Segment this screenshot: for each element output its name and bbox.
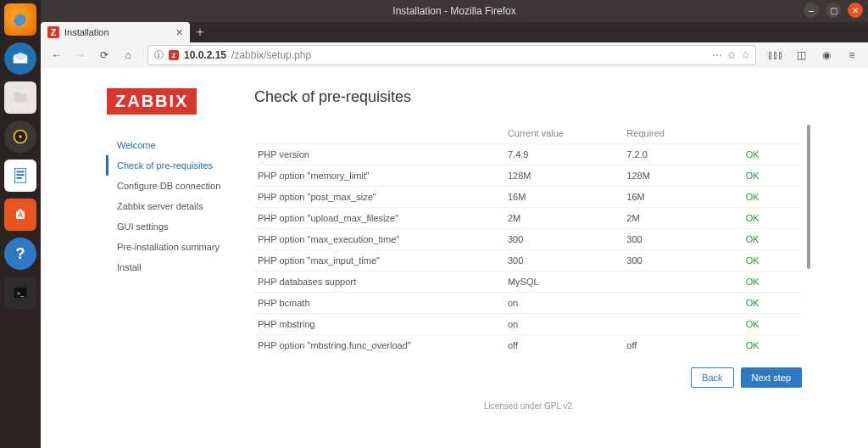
close-button[interactable]: ✕	[848, 3, 863, 18]
req-name: PHP option "memory_limit"	[254, 165, 504, 187]
req-name: PHP option "mbstring.func_overload"	[254, 335, 504, 356]
maximize-button[interactable]: ▢	[826, 3, 841, 18]
req-current: off	[504, 335, 623, 356]
req-name: PHP mbstring	[254, 314, 504, 335]
library-icon[interactable]: ⫿⫿⫿	[766, 46, 785, 64]
step-summary[interactable]: Pre-installation summary	[108, 237, 234, 257]
req-required: 2M	[623, 208, 742, 229]
col-status	[743, 123, 802, 144]
step-install[interactable]: Install	[108, 257, 234, 277]
col-name	[254, 123, 504, 144]
setup-steps-nav: Welcome Check of pre-requisites Configur…	[107, 135, 234, 277]
table-row: PHP option "max_execution_time"300300OK	[254, 229, 802, 250]
req-current: 300	[504, 250, 623, 272]
req-required: off	[623, 335, 742, 356]
nav-reload-button[interactable]: ⟳	[95, 46, 114, 64]
next-step-button[interactable]: Next step	[741, 367, 802, 388]
req-status: OK	[743, 293, 802, 314]
license-text: Licensed under GPL v2	[254, 401, 802, 411]
new-tab-button[interactable]: +	[190, 22, 210, 42]
req-required: 16M	[623, 187, 742, 208]
bookmark-icon[interactable]: ☆	[741, 49, 750, 61]
firefox-icon[interactable]	[4, 3, 36, 36]
zabbix-logo: ZABBIX	[107, 88, 197, 115]
req-required: 300	[623, 250, 742, 272]
req-current: 16M	[504, 187, 623, 208]
zabbix-favicon-icon: Z	[47, 26, 59, 38]
table-row: PHP option "max_input_time"300300OK	[254, 250, 802, 272]
req-required	[623, 293, 742, 314]
req-status: OK	[743, 165, 802, 187]
col-required: Required	[623, 123, 742, 144]
terminal-icon[interactable]: >_	[4, 277, 36, 309]
req-required: 128M	[623, 165, 742, 187]
req-name: PHP version	[254, 144, 504, 165]
req-name: PHP option "post_max_size"	[254, 187, 504, 208]
browser-toolbar: ← → ⟳ ⌂ 🛈 Z 10.0.2.15/zabbix/setup.php ⋯…	[41, 42, 868, 69]
req-status: OK	[743, 314, 802, 335]
req-name: PHP bcmath	[254, 293, 504, 314]
url-path: /zabbix/setup.php	[231, 49, 311, 61]
req-current: 300	[504, 229, 623, 250]
back-button[interactable]: Back	[691, 367, 733, 388]
thunderbird-icon[interactable]	[4, 42, 36, 75]
req-status: OK	[743, 272, 802, 293]
svg-text:A: A	[18, 210, 23, 219]
req-status: OK	[743, 335, 802, 356]
req-status: OK	[743, 229, 802, 250]
step-server[interactable]: Zabbix server details	[108, 196, 234, 216]
page-actions-icon[interactable]: ⋯	[712, 49, 722, 61]
software-icon[interactable]: A	[4, 199, 36, 231]
step-db[interactable]: Configure DB connection	[108, 176, 234, 196]
browser-tabstrip: Z Installation ✕ +	[41, 22, 868, 42]
table-row: PHP databases supportMySQLOK	[254, 272, 802, 293]
nav-home-button[interactable]: ⌂	[119, 46, 137, 64]
req-name: PHP databases support	[254, 272, 504, 293]
req-name: PHP option "max_execution_time"	[254, 229, 504, 250]
nav-forward-button[interactable]: →	[71, 46, 90, 64]
sidebar-icon[interactable]: ◫	[792, 46, 810, 64]
svg-rect-1	[14, 93, 27, 102]
shield-icon: 🛈	[153, 49, 164, 61]
libreoffice-icon[interactable]	[4, 160, 36, 192]
table-row: PHP option "mbstring.func_overload"offof…	[254, 335, 802, 356]
req-status: OK	[743, 250, 802, 272]
req-status: OK	[743, 187, 802, 208]
reader-mode-icon[interactable]: ✩	[727, 49, 736, 61]
ubuntu-dock: A ? >_	[0, 0, 41, 448]
req-required	[623, 272, 742, 293]
req-current: 2M	[504, 208, 623, 229]
rhythmbox-icon[interactable]	[4, 120, 36, 153]
files-icon[interactable]	[4, 81, 36, 114]
window-title: Installation - Mozilla Firefox	[392, 5, 515, 17]
page-content: ZABBIX Welcome Check of pre-requisites C…	[41, 68, 868, 448]
step-prerequisites[interactable]: Check of pre-requisites	[106, 155, 234, 176]
scrollbar[interactable]	[807, 125, 810, 269]
req-status: OK	[743, 208, 802, 229]
col-current: Current value	[504, 123, 623, 144]
step-gui[interactable]: GUI settings	[108, 216, 234, 237]
req-current: 128M	[504, 165, 623, 187]
menu-icon[interactable]: ≡	[843, 46, 861, 64]
account-icon[interactable]: ◉	[817, 46, 836, 64]
browser-tab-active[interactable]: Z Installation ✕	[41, 22, 190, 42]
window-titlebar: Installation - Mozilla Firefox ‒ ▢ ✕	[41, 0, 868, 22]
help-icon[interactable]: ?	[4, 238, 36, 270]
nav-back-button[interactable]: ←	[47, 46, 66, 64]
table-row: PHP option "post_max_size"16M16MOK	[254, 187, 802, 208]
svg-point-4	[19, 135, 21, 137]
prerequisites-table: Current value Required PHP version7.4.97…	[254, 123, 802, 356]
req-current: on	[504, 293, 623, 314]
table-row: PHP version7.4.97.2.0OK	[254, 144, 802, 165]
site-identity-icon: Z	[169, 50, 179, 60]
url-bar[interactable]: 🛈 Z 10.0.2.15/zabbix/setup.php ⋯ ✩ ☆	[147, 45, 756, 65]
tab-title: Installation	[64, 27, 109, 37]
minimize-button[interactable]: ‒	[804, 3, 819, 18]
svg-rect-8	[16, 177, 21, 179]
req-status: OK	[743, 144, 802, 165]
page-title: Check of pre-requisites	[254, 88, 802, 106]
tab-close-icon[interactable]: ✕	[175, 27, 183, 38]
step-welcome[interactable]: Welcome	[108, 135, 234, 155]
table-row: PHP option "upload_max_filesize"2M2MOK	[254, 208, 802, 229]
svg-rect-7	[16, 174, 24, 176]
